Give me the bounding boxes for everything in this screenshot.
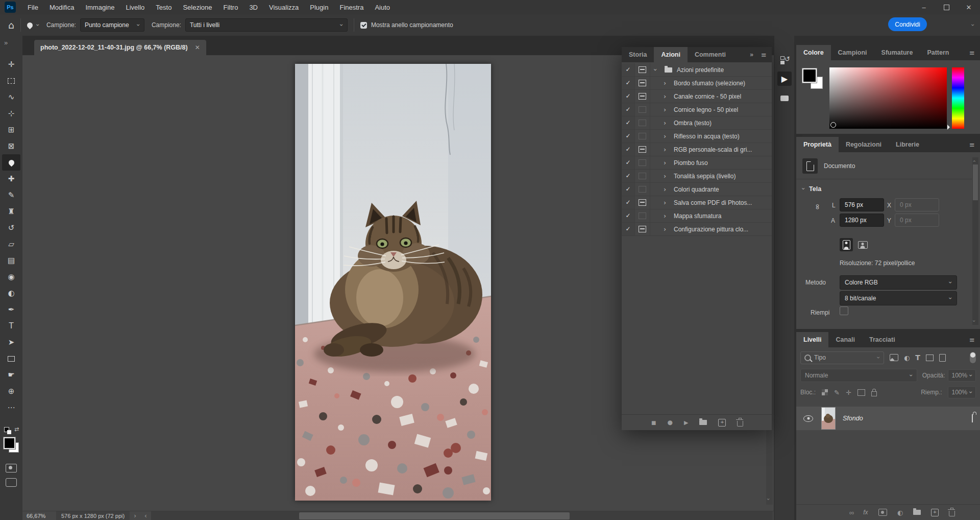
- close-button[interactable]: ✕: [958, 0, 980, 14]
- action-check-icon[interactable]: ✓: [622, 116, 635, 129]
- action-expand-icon[interactable]: ›: [664, 172, 674, 180]
- link-dimensions-icon[interactable]: ∞: [813, 204, 822, 210]
- action-row[interactable]: ✓ › Ombra (testo): [622, 116, 772, 130]
- delete-action-button[interactable]: [737, 419, 743, 427]
- panel-tab[interactable]: Storia: [622, 47, 654, 62]
- tool-button[interactable]: ▤: [2, 252, 20, 269]
- action-expand-icon[interactable]: ›: [664, 159, 674, 167]
- action-check-icon[interactable]: ✓: [622, 90, 635, 103]
- panel-tab[interactable]: Proprietà: [796, 137, 839, 152]
- action-row[interactable]: ✓ › RGB personale-scala di gri...: [622, 143, 772, 156]
- action-check-icon[interactable]: ✓: [622, 223, 635, 235]
- tool-button[interactable]: ◉: [2, 269, 20, 285]
- screen-mode-button[interactable]: [6, 478, 17, 487]
- tool-button[interactable]: ✒: [2, 301, 20, 318]
- action-check-icon[interactable]: ✓: [622, 209, 635, 222]
- action-check-icon[interactable]: ✓: [622, 130, 635, 143]
- action-expand-icon[interactable]: ›: [664, 92, 674, 100]
- action-expand-icon[interactable]: ›: [664, 119, 674, 127]
- tool-button[interactable]: ◐: [2, 285, 20, 301]
- eyedropper-tool-icon[interactable]: [26, 21, 34, 29]
- saturation-brightness-field[interactable]: [829, 67, 947, 129]
- action-label[interactable]: Colori quadrante: [674, 186, 719, 193]
- action-expand-icon[interactable]: ›: [664, 225, 674, 233]
- action-dialog-toggle[interactable]: [635, 103, 650, 116]
- scroll-down-icon[interactable]: ›: [971, 320, 977, 322]
- tool-button[interactable]: ↺: [2, 220, 20, 236]
- lock-paint-icon[interactable]: ✎: [834, 389, 840, 396]
- delete-layer-icon[interactable]: [949, 511, 955, 516]
- action-row[interactable]: ✓ › Bordo sfumato (selezione): [622, 77, 772, 90]
- layer-name[interactable]: Sfondo: [843, 415, 863, 422]
- lock-all-icon[interactable]: [871, 391, 877, 396]
- action-expand-icon[interactable]: ›: [664, 212, 674, 220]
- sample-point-select[interactable]: Punto campione ›: [80, 18, 144, 32]
- action-row[interactable]: ✓ › Configurazione pittura clo...: [622, 223, 772, 236]
- action-dialog-toggle[interactable]: [635, 77, 650, 89]
- canvas-section-header[interactable]: › Tela: [802, 185, 821, 193]
- tool-button[interactable]: ⋯: [2, 399, 20, 416]
- action-label[interactable]: Mappa sfumatura: [674, 212, 721, 220]
- lock-transparency-icon[interactable]: [822, 389, 828, 395]
- tool-button[interactable]: ⊕: [2, 383, 20, 399]
- panel-tab[interactable]: Colore: [796, 45, 831, 60]
- action-label[interactable]: Configurazione pittura clo...: [674, 226, 748, 233]
- action-label[interactable]: Salva come PDF di Photos...: [674, 199, 752, 206]
- layer-filter-toggle[interactable]: [970, 352, 976, 363]
- action-expand-icon[interactable]: ›: [654, 66, 665, 74]
- panel-menu-icon[interactable]: ≡: [969, 49, 975, 57]
- swap-colors-icon[interactable]: ⇄: [14, 426, 19, 433]
- menu-item[interactable]: Visualizza: [263, 1, 304, 14]
- action-dialog-toggle[interactable]: [635, 223, 650, 235]
- home-icon[interactable]: ⌂: [8, 19, 14, 31]
- blend-mode-select[interactable]: Normale ›: [800, 369, 917, 382]
- tool-button[interactable]: [2, 350, 20, 367]
- menu-item[interactable]: Livello: [120, 1, 150, 14]
- new-set-button[interactable]: [699, 420, 707, 425]
- action-dialog-toggle[interactable]: [635, 116, 650, 129]
- action-row[interactable]: ✓ › Salva come PDF di Photos...: [622, 196, 772, 209]
- action-label[interactable]: Cornice legno - 50 pixel: [674, 106, 738, 113]
- landscape-orientation-button[interactable]: [856, 238, 869, 251]
- lock-artboard-icon[interactable]: [857, 389, 865, 396]
- link-layers-icon[interactable]: ∞: [849, 509, 853, 516]
- action-dialog-toggle[interactable]: [635, 90, 650, 103]
- action-expand-icon[interactable]: ›: [664, 132, 674, 140]
- panel-overflow-icon[interactable]: »: [750, 51, 753, 58]
- action-label[interactable]: Tonalità seppia (livello): [674, 173, 736, 180]
- width-field[interactable]: 576 px: [840, 198, 884, 211]
- foreground-color-swatch[interactable]: [802, 68, 817, 83]
- panel-menu-icon[interactable]: ≡: [969, 336, 975, 344]
- layer-thumbnail[interactable]: [821, 407, 836, 430]
- action-dialog-toggle[interactable]: [635, 130, 650, 143]
- height-field[interactable]: 1280 px: [840, 214, 884, 227]
- action-check-icon[interactable]: ✓: [622, 170, 635, 182]
- panel-tab[interactable]: Campioni: [831, 45, 874, 60]
- quick-mask-button[interactable]: [6, 464, 17, 472]
- action-label[interactable]: Azioni predefinite: [677, 66, 724, 74]
- action-check-icon[interactable]: ✓: [622, 183, 635, 196]
- default-colors-icon[interactable]: [4, 427, 11, 434]
- filter-shape-layers-icon[interactable]: [926, 354, 934, 361]
- menu-item[interactable]: Finestra: [334, 1, 369, 14]
- panel-tab[interactable]: Commenti: [688, 47, 733, 62]
- menu-item[interactable]: Aiuto: [369, 1, 396, 14]
- panel-tab[interactable]: Azioni: [654, 47, 688, 62]
- tool-button[interactable]: ➤: [2, 334, 20, 350]
- action-expand-icon[interactable]: ›: [664, 185, 674, 193]
- tool-button[interactable]: ☛: [2, 367, 20, 383]
- tool-button[interactable]: ⊠: [2, 138, 20, 154]
- share-button[interactable]: Condividi: [888, 17, 927, 31]
- action-row[interactable]: ✓ › Canale cornice - 50 pixel: [622, 90, 772, 103]
- opacity-field[interactable]: 100% ›: [948, 369, 976, 382]
- menu-item[interactable]: Immagine: [80, 1, 120, 14]
- action-check-icon[interactable]: ✓: [622, 103, 635, 116]
- layer-lock-icon[interactable]: [972, 415, 973, 422]
- lock-position-icon[interactable]: ✛: [846, 389, 851, 396]
- close-tab-icon[interactable]: ✕: [195, 44, 200, 51]
- bit-depth-select[interactable]: 8 bit/canale ›: [840, 291, 957, 305]
- tool-button[interactable]: ⊹: [2, 105, 20, 122]
- filter-smart-objects-icon[interactable]: [939, 354, 946, 362]
- actions-panel-icon[interactable]: ▶: [777, 72, 792, 86]
- scrollbar-thumb[interactable]: [973, 164, 978, 200]
